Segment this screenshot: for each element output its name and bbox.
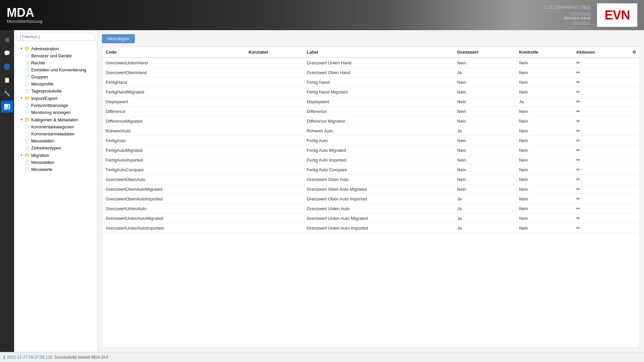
tree-label-kategorien: Kategorien & Metadaten (31, 117, 78, 122)
table-container[interactable]: Code Kurzlabel Label Grenzwert Kontrolle… (102, 47, 640, 348)
nav-icon-5[interactable]: 🔧 (1, 87, 13, 99)
cell-grenzwert: Nein (454, 145, 516, 155)
edit-icon[interactable]: ✏ (576, 70, 580, 75)
cell-label: Grenzwert Oben Auto Imported (303, 194, 453, 204)
cell-kontrolle: Nein (516, 175, 573, 184)
edit-icon[interactable]: ✏ (576, 60, 580, 65)
filter-input[interactable] (17, 33, 95, 41)
edit-icon[interactable]: ✏ (576, 128, 580, 133)
tree-item-migration[interactable]: ▼ 📁 Migration (14, 152, 98, 159)
cell-kurzlabel (245, 214, 304, 223)
tree-item-benutzer[interactable]: 📄 Benutzer und Geräte (14, 52, 98, 59)
tree-item-administration[interactable]: ▼ 📁 Administration (14, 45, 98, 52)
cell-code: FertigHand (102, 77, 245, 87)
tree-item-einheiten[interactable]: 📄 Einheiten und Konvertierung (14, 66, 98, 73)
nav-icon-3[interactable]: 🌀 (1, 60, 13, 72)
nav-icon-2[interactable]: 💬 (1, 47, 13, 59)
tree-item-monitoring[interactable]: 📄 Monitoring anzeigen (14, 109, 98, 116)
tree-item-gruppen[interactable]: 📄 Gruppen (14, 73, 98, 80)
folder-icon-migration: 📁 (24, 153, 30, 158)
impressum-link[interactable]: Impressum (544, 11, 590, 16)
tree-item-kommentarkategorien[interactable]: 📄 Kommentarkategorien (14, 123, 98, 130)
cell-aktionen: ✏ (573, 204, 629, 214)
edit-icon[interactable]: ✏ (576, 79, 580, 85)
cell-grenzwert: Nein (454, 136, 516, 145)
tree-label-messstellen-kat: Messstellen (31, 138, 54, 143)
cell-grenzwert: Ja (454, 223, 516, 233)
cell-kontrolle: Nein (516, 107, 573, 116)
tree-label-monitoring: Monitoring anzeigen (31, 110, 70, 115)
cell-label: Grenzwert Oben Auto (303, 175, 453, 184)
edit-icon[interactable]: ✏ (576, 109, 580, 114)
tree-item-kommentarmetadaten[interactable]: 📄 Kommentarmetadaten (14, 130, 98, 137)
cell-code: GrenzwertObenAutoMigrated (102, 184, 245, 194)
edit-icon[interactable]: ✏ (576, 89, 580, 95)
edit-icon[interactable]: ✏ (576, 147, 580, 153)
add-button[interactable]: Hinzufügen (102, 34, 135, 43)
edit-icon[interactable]: ✏ (576, 157, 580, 163)
cell-kontrolle: Nein (516, 87, 573, 97)
cell-kurzlabel (245, 145, 304, 155)
edit-icon[interactable]: ✏ (576, 216, 580, 221)
cell-extra (629, 155, 640, 165)
col-header-settings[interactable]: ⚙ (629, 47, 640, 58)
tree-item-fortschrittsanzeige[interactable]: 📄 Fortschrittsanzeige (14, 102, 98, 109)
tree-item-tagesprotokolle[interactable]: 📄 Tagesprotokolle (14, 87, 98, 95)
edit-icon[interactable]: ✏ (576, 206, 580, 211)
edit-icon[interactable]: ✏ (576, 118, 580, 124)
tree-item-zeitreihentypen[interactable]: 📄 Zeitreihentypen (14, 144, 98, 152)
tree-label-zeitreihentypen: Zeitreihentypen (31, 145, 61, 150)
cell-grenzwert: Ja (454, 204, 516, 214)
cell-label: Grenzwert Oben Hand (303, 68, 453, 77)
abmelden-link[interactable]: Abmelden (544, 20, 590, 25)
tree-item-rechte[interactable]: 📄 Rechte (14, 59, 98, 66)
tree-item-import-export[interactable]: ▼ 📁 Import/Export (14, 95, 98, 102)
cell-extra (629, 77, 640, 87)
cell-label: Displaywert (303, 97, 453, 107)
cell-code: Difference (102, 107, 245, 116)
edit-icon[interactable]: ✏ (576, 138, 580, 143)
edit-icon[interactable]: ✏ (576, 196, 580, 201)
cell-code: FertigAuto (102, 136, 245, 145)
table-row: Displaywert Displaywert Nein Ja ✏ (102, 97, 640, 107)
edit-icon[interactable]: ✏ (576, 177, 580, 182)
cell-grenzwert: Ja (454, 126, 516, 136)
cell-label: Grenzwert Unten Auto Migrated (303, 214, 453, 223)
nav-icon-4[interactable]: 📋 (1, 74, 13, 86)
col-header-kurzlabel: Kurzlabel (245, 47, 304, 58)
app-logo-area: MDA Messdaterfassung (0, 0, 67, 30)
cell-code: FertigHandMigrated (102, 87, 245, 97)
cell-grenzwert: Ja (454, 214, 516, 223)
version-text: 2.10.2.SNAPSHOT (TBD) (544, 5, 590, 10)
cell-extra (629, 68, 640, 77)
edit-icon[interactable]: ✏ (576, 99, 580, 104)
table-row: FertigAutoMigrated Fertig Auto Migrated … (102, 145, 640, 155)
toggle-kategorien: ▼ (19, 118, 23, 122)
edit-icon[interactable]: ✏ (576, 167, 580, 172)
cell-extra (629, 136, 640, 145)
nav-icon-6[interactable]: 📊 (1, 101, 13, 113)
tree-item-messstellen-kat[interactable]: 📄 Messstellen (14, 137, 98, 144)
nav-icon-1[interactable]: ⊞ (1, 34, 13, 46)
cell-aktionen: ✏ (573, 87, 629, 97)
edit-icon[interactable]: ✏ (576, 225, 580, 231)
cell-kurzlabel (245, 77, 304, 87)
table-row: GrenzwertObenAuto Grenzwert Oben Auto Ne… (102, 175, 640, 184)
tree-item-messprofile[interactable]: 📄 Messprofile (14, 80, 98, 87)
tree-item-kategorien[interactable]: ▼ 📁 Kategorien & Metadaten (14, 116, 98, 123)
cell-grenzwert: Ja (454, 194, 516, 204)
tree-label-kommentarmetadaten: Kommentarmetadaten (31, 131, 74, 136)
tree-item-messwerte[interactable]: 📄 Messwerte (14, 166, 98, 173)
cell-kontrolle: Nein (516, 58, 573, 68)
cell-grenzwert: Nein (454, 184, 516, 194)
cell-kontrolle: Nein (516, 184, 573, 194)
doc-icon-zeitreihentypen: 📄 (25, 146, 30, 150)
cell-kontrolle: Nein (516, 136, 573, 145)
toggle-import-export: ▼ (19, 96, 23, 100)
edit-icon[interactable]: ✏ (576, 186, 580, 192)
cell-code: GrenzwertUntenAuto (102, 204, 245, 214)
tree-item-messstellen-mig[interactable]: 📄 Messstellen (14, 159, 98, 166)
status-bar: ℹ 2021-11-27 09:37:38.128 Successfully s… (0, 352, 644, 362)
doc-icon-benutzer: 📄 (25, 54, 30, 58)
toggle-administration: ▼ (19, 47, 23, 51)
